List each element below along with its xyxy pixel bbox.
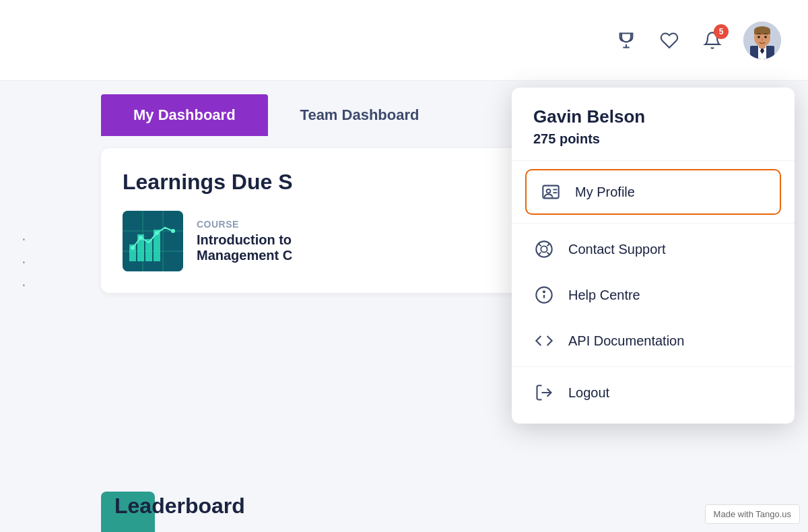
logout-menu-item[interactable]: Logout xyxy=(512,370,795,415)
notification-badge: 5 xyxy=(714,24,729,39)
info-icon xyxy=(533,284,555,306)
svg-point-19 xyxy=(131,246,135,250)
help-centre-menu-item[interactable]: Help Centre xyxy=(512,272,795,318)
course-info: COURSE Introduction to Management C xyxy=(197,219,292,263)
logout-icon xyxy=(533,382,555,403)
svg-point-9 xyxy=(764,36,767,38)
learnings-card: Learnings Due S xyxy=(101,148,559,293)
svg-point-35 xyxy=(543,291,545,292)
top-nav: 5 xyxy=(0,0,808,81)
divider-2 xyxy=(512,366,795,367)
svg-point-28 xyxy=(541,246,547,252)
heart-icon[interactable] xyxy=(657,28,681,53)
tabs-area: My Dashboard Team Dashboard xyxy=(101,94,451,136)
dropdown-points: 275 points xyxy=(533,131,773,147)
tab-my-dashboard[interactable]: My Dashboard xyxy=(101,94,268,136)
api-docs-menu-item[interactable]: API Documentation xyxy=(512,318,795,364)
svg-point-24 xyxy=(547,189,551,193)
leaderboard-title: Leaderboard xyxy=(114,494,245,519)
svg-line-31 xyxy=(539,253,541,255)
dropdown-menu-items: My Profile Contact Support xyxy=(512,161,795,424)
support-icon xyxy=(533,238,555,260)
svg-rect-10 xyxy=(123,211,183,271)
dropdown-username: Gavin Belson xyxy=(533,106,773,127)
bell-icon[interactable]: 5 xyxy=(700,28,725,53)
api-docs-label: API Documentation xyxy=(568,333,684,349)
svg-point-21 xyxy=(155,231,159,235)
trophy-icon[interactable] xyxy=(614,28,638,53)
svg-point-22 xyxy=(171,229,175,233)
course-thumbnail xyxy=(123,211,183,271)
code-icon xyxy=(533,330,555,352)
main-content: 5 xyxy=(0,0,808,532)
divider-1 xyxy=(512,223,795,224)
svg-line-29 xyxy=(539,244,541,246)
sidebar-dots: · · · xyxy=(22,229,26,294)
profile-card-icon xyxy=(540,181,562,203)
course-label: COURSE xyxy=(197,219,292,230)
course-title: Introduction to Management C xyxy=(197,232,292,263)
svg-point-8 xyxy=(758,36,760,38)
card-title: Learnings Due S xyxy=(123,170,537,195)
avatar[interactable] xyxy=(743,22,781,59)
dropdown-menu: Gavin Belson 275 points My Profile xyxy=(512,88,795,424)
svg-line-32 xyxy=(547,253,550,255)
my-profile-menu-item[interactable]: My Profile xyxy=(525,169,781,215)
my-profile-label: My Profile xyxy=(575,185,635,200)
dropdown-header: Gavin Belson 275 points xyxy=(512,88,795,161)
contact-support-label: Contact Support xyxy=(568,242,666,257)
help-centre-label: Help Centre xyxy=(568,288,640,303)
svg-rect-7 xyxy=(754,30,770,34)
logout-label: Logout xyxy=(568,385,609,401)
svg-point-20 xyxy=(139,236,143,240)
contact-support-menu-item[interactable]: Contact Support xyxy=(512,226,795,272)
svg-line-30 xyxy=(547,244,550,246)
tango-watermark: Made with Tango.us xyxy=(705,504,800,524)
tab-team-dashboard[interactable]: Team Dashboard xyxy=(268,94,452,136)
course-item: COURSE Introduction to Management C xyxy=(123,211,537,271)
